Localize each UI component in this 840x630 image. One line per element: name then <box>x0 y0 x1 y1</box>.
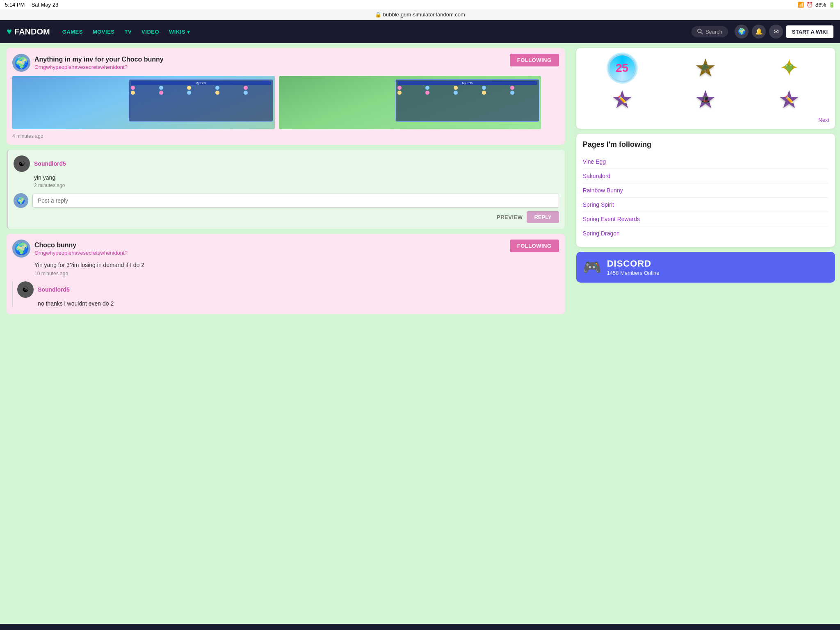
badge-star-2: ✦ 💚 <box>749 54 829 82</box>
post-username-2[interactable]: Omgwhypeoplehavesecretswhenidont? <box>34 250 128 256</box>
post-image-2[interactable]: My Pets <box>279 76 541 129</box>
pencil-icon: ✏️ <box>618 95 627 104</box>
nested-comment: ☯ Soundlord5 no thanks i wouldnt even do… <box>12 281 559 307</box>
mail-icon-btn[interactable]: ✉ <box>769 25 783 39</box>
badge-star-4: ★ 🎩 <box>665 86 746 114</box>
discord-members: 1458 Members Online <box>607 270 660 276</box>
post-header-2: 🌍 Choco bunny Omgwhypeoplehavesecretswhe… <box>12 240 559 258</box>
nested-comment-header: ☯ Soundlord5 <box>17 281 559 298</box>
fandom-logo-text: FANDOM <box>14 27 50 37</box>
pages-following-card: Pages I'm following Vine Egg Sakuralord … <box>576 134 835 247</box>
comment-text: yin yang <box>34 174 559 181</box>
alarm-icon: ⏰ <box>806 2 813 8</box>
badge-circle-25: 25 <box>608 54 637 82</box>
nav-games[interactable]: GAMES <box>58 25 87 38</box>
search-label: Search <box>705 29 722 35</box>
following-button-1[interactable]: FOLLOWING <box>510 54 559 66</box>
badges-next-link[interactable]: Next <box>582 117 829 123</box>
avatar-globe-icon-2: 🌍 <box>14 242 29 256</box>
comment-timestamp: 2 minutes ago <box>34 183 559 188</box>
post-header-1: 🌍 Anything in my inv for your Choco bunn… <box>12 54 559 72</box>
svg-line-1 <box>701 32 703 34</box>
nav-wikis[interactable]: WIKIS ▾ <box>165 25 194 38</box>
badge-star-5: ★ ✏️ <box>749 86 829 114</box>
badges-card: 25 ★ 🪖 ✦ 💚 <box>576 48 835 129</box>
post-username-1[interactable]: Omgwhypeoplehavesecretswhenidont? <box>34 64 164 70</box>
nav-movies[interactable]: MOVIES <box>89 25 119 38</box>
start-wiki-button[interactable]: START A WIKI <box>786 25 833 38</box>
battery-level: 86% <box>815 2 826 8</box>
nested-comment-text: no thanks i wouldnt even do 2 <box>38 300 559 307</box>
comment-section: ☯ Soundlord5 yin yang 2 minutes ago 🌍 PR… <box>7 150 565 229</box>
following-page-spring-spirit[interactable]: Spring Spirit <box>583 198 829 212</box>
badge-25: 25 <box>582 54 662 82</box>
status-time: 5:14 PM <box>5 2 25 8</box>
navbar: ♥ FANDOM GAMES MOVIES TV VIDEO WIKIS ▾ S… <box>0 20 840 43</box>
lock-icon: 🔒 <box>375 11 381 18</box>
following-page-spring-dragon[interactable]: Spring Dragon <box>583 226 829 240</box>
my-tools-button[interactable]: ▲ My Tools <box>36 624 74 630</box>
main-layout: 🌍 Anything in my inv for your Choco bunn… <box>0 43 840 624</box>
tank-icon: 🪖 <box>701 64 710 73</box>
badge-star-shape-5: ★ ✏️ <box>775 86 803 114</box>
badge-star-shape-1: ★ 🪖 <box>692 54 719 82</box>
nav-actions: 🌍 🔔 ✉ START A WIKI <box>735 25 833 39</box>
discord-title: DISCORD <box>607 258 660 269</box>
post-card-1: 🌍 Anything in my inv for your Choco bunn… <box>7 48 565 145</box>
battery-icon: 🔋 <box>829 2 835 8</box>
badge-star-3: ★ ✏️ <box>582 86 662 114</box>
post-images: My Pets My Pets <box>12 76 559 129</box>
shortcuts-button[interactable]: Shortcuts <box>126 624 158 630</box>
follow-button[interactable]: Follow <box>7 624 31 630</box>
search-icon <box>697 29 703 34</box>
wifi-icon: 📶 <box>797 2 804 8</box>
nav-video[interactable]: VIDEO <box>137 25 163 38</box>
fandom-logo[interactable]: ♥ FANDOM <box>7 26 50 37</box>
post-timestamp-2: 10 minutes ago <box>34 271 559 276</box>
post-avatar-1: 🌍 <box>12 54 30 72</box>
badge-star-shape-3: ★ ✏️ <box>608 86 636 114</box>
content-area: 🌍 Anything in my inv for your Choco bunn… <box>0 43 571 624</box>
comment-username[interactable]: Soundlord5 <box>34 160 66 167</box>
comment-header: ☯ Soundlord5 <box>14 155 559 172</box>
url-text: bubble-gum-simulator.fandom.com <box>383 11 465 18</box>
post-avatar-2: 🌍 <box>12 240 30 258</box>
post-card-2: 🌍 Choco bunny Omgwhypeoplehavesecretswhe… <box>7 234 565 314</box>
globe-icon-btn[interactable]: 🌍 <box>735 25 749 39</box>
reply-avatar: 🌍 <box>14 193 28 208</box>
nested-comment-username[interactable]: Soundlord5 <box>38 286 70 293</box>
discord-member-count: 1458 <box>607 270 619 276</box>
badge-star-shape-2: ✦ 💚 <box>775 54 803 82</box>
reply-avatar-icon: 🌍 <box>17 197 25 205</box>
discord-card[interactable]: 🎮 DISCORD 1458 Members Online <box>576 252 835 283</box>
nested-avatar-icon: ☯ <box>22 285 29 294</box>
reply-input[interactable] <box>32 194 559 208</box>
following-page-vine-egg[interactable]: Vine Egg <box>583 155 829 169</box>
following-page-sakuralord[interactable]: Sakuralord <box>583 169 829 183</box>
bell-icon-btn[interactable]: 🔔 <box>752 25 766 39</box>
badge-star-1: ★ 🪖 <box>665 54 746 82</box>
discord-logo-icon: 🎮 <box>583 259 601 276</box>
preview-button[interactable]: PREVIEW <box>497 214 523 220</box>
sidebar: 25 ★ 🪖 ✦ 💚 <box>571 43 840 624</box>
reply-button[interactable]: REPLY <box>527 211 559 223</box>
post-timestamp-1: 4 minutes ago <box>12 133 559 139</box>
comment-avatar-icon: ☯ <box>18 159 25 168</box>
reply-row: 🌍 <box>14 193 559 208</box>
customize-button[interactable]: ⚙ Customize <box>79 624 121 630</box>
post-title-2: Choco bunny <box>34 242 128 249</box>
reply-actions: PREVIEW REPLY <box>14 211 559 223</box>
svg-point-0 <box>698 29 701 33</box>
address-bar[interactable]: 🔒 bubble-gum-simulator.fandom.com <box>0 9 840 20</box>
bottom-bar: Follow | ▲ My Tools | ⚙ Customize | Shor… <box>0 624 840 630</box>
pages-following-title: Pages I'm following <box>583 140 829 149</box>
following-button-2[interactable]: FOLLOWING <box>510 240 559 252</box>
fandom-logo-icon: ♥ <box>7 26 12 37</box>
following-page-spring-event-rewards[interactable]: Spring Event Rewards <box>583 212 829 226</box>
badge-star-shape-4: ★ 🎩 <box>692 86 719 114</box>
post-image-1[interactable]: My Pets <box>12 76 275 129</box>
nav-tv[interactable]: TV <box>120 25 136 38</box>
nested-comment-avatar: ☯ <box>17 281 34 298</box>
following-page-rainbow-bunny[interactable]: Rainbow Bunny <box>583 183 829 198</box>
search-bar[interactable]: Search <box>692 26 728 37</box>
